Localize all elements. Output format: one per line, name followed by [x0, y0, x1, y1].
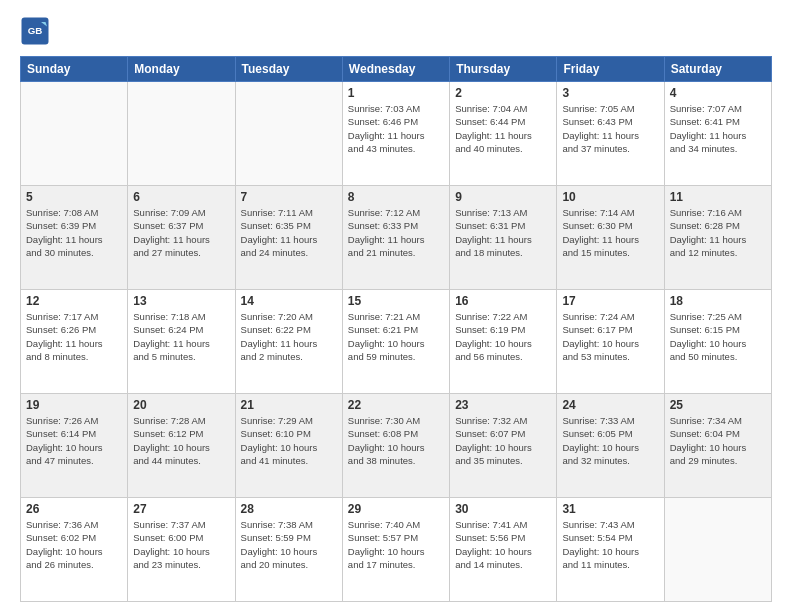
calendar-cell: 23Sunrise: 7:32 AM Sunset: 6:07 PM Dayli… [450, 394, 557, 498]
weekday-header-sunday: Sunday [21, 57, 128, 82]
day-number: 14 [241, 294, 337, 308]
day-number: 3 [562, 86, 658, 100]
day-info: Sunrise: 7:13 AM Sunset: 6:31 PM Dayligh… [455, 206, 551, 259]
calendar-cell: 6Sunrise: 7:09 AM Sunset: 6:37 PM Daylig… [128, 186, 235, 290]
day-number: 2 [455, 86, 551, 100]
week-row-4: 19Sunrise: 7:26 AM Sunset: 6:14 PM Dayli… [21, 394, 772, 498]
day-info: Sunrise: 7:18 AM Sunset: 6:24 PM Dayligh… [133, 310, 229, 363]
day-info: Sunrise: 7:40 AM Sunset: 5:57 PM Dayligh… [348, 518, 444, 571]
weekday-header-thursday: Thursday [450, 57, 557, 82]
day-info: Sunrise: 7:07 AM Sunset: 6:41 PM Dayligh… [670, 102, 766, 155]
calendar-cell: 17Sunrise: 7:24 AM Sunset: 6:17 PM Dayli… [557, 290, 664, 394]
day-number: 29 [348, 502, 444, 516]
day-info: Sunrise: 7:17 AM Sunset: 6:26 PM Dayligh… [26, 310, 122, 363]
day-info: Sunrise: 7:36 AM Sunset: 6:02 PM Dayligh… [26, 518, 122, 571]
day-info: Sunrise: 7:16 AM Sunset: 6:28 PM Dayligh… [670, 206, 766, 259]
day-info: Sunrise: 7:11 AM Sunset: 6:35 PM Dayligh… [241, 206, 337, 259]
calendar-cell: 13Sunrise: 7:18 AM Sunset: 6:24 PM Dayli… [128, 290, 235, 394]
calendar-cell: 28Sunrise: 7:38 AM Sunset: 5:59 PM Dayli… [235, 498, 342, 602]
day-info: Sunrise: 7:04 AM Sunset: 6:44 PM Dayligh… [455, 102, 551, 155]
day-number: 8 [348, 190, 444, 204]
day-number: 23 [455, 398, 551, 412]
weekday-header-monday: Monday [128, 57, 235, 82]
calendar-cell: 14Sunrise: 7:20 AM Sunset: 6:22 PM Dayli… [235, 290, 342, 394]
calendar-cell: 9Sunrise: 7:13 AM Sunset: 6:31 PM Daylig… [450, 186, 557, 290]
calendar-cell: 25Sunrise: 7:34 AM Sunset: 6:04 PM Dayli… [664, 394, 771, 498]
day-info: Sunrise: 7:41 AM Sunset: 5:56 PM Dayligh… [455, 518, 551, 571]
calendar: SundayMondayTuesdayWednesdayThursdayFrid… [20, 56, 772, 602]
day-info: Sunrise: 7:22 AM Sunset: 6:19 PM Dayligh… [455, 310, 551, 363]
svg-text:GB: GB [28, 25, 43, 36]
day-number: 18 [670, 294, 766, 308]
day-info: Sunrise: 7:14 AM Sunset: 6:30 PM Dayligh… [562, 206, 658, 259]
calendar-cell: 24Sunrise: 7:33 AM Sunset: 6:05 PM Dayli… [557, 394, 664, 498]
calendar-cell: 8Sunrise: 7:12 AM Sunset: 6:33 PM Daylig… [342, 186, 449, 290]
day-number: 6 [133, 190, 229, 204]
calendar-cell: 12Sunrise: 7:17 AM Sunset: 6:26 PM Dayli… [21, 290, 128, 394]
day-info: Sunrise: 7:33 AM Sunset: 6:05 PM Dayligh… [562, 414, 658, 467]
day-number: 7 [241, 190, 337, 204]
week-row-1: 1Sunrise: 7:03 AM Sunset: 6:46 PM Daylig… [21, 82, 772, 186]
day-number: 20 [133, 398, 229, 412]
day-info: Sunrise: 7:28 AM Sunset: 6:12 PM Dayligh… [133, 414, 229, 467]
day-info: Sunrise: 7:34 AM Sunset: 6:04 PM Dayligh… [670, 414, 766, 467]
day-info: Sunrise: 7:20 AM Sunset: 6:22 PM Dayligh… [241, 310, 337, 363]
calendar-cell: 11Sunrise: 7:16 AM Sunset: 6:28 PM Dayli… [664, 186, 771, 290]
calendar-cell [235, 82, 342, 186]
calendar-cell [21, 82, 128, 186]
day-info: Sunrise: 7:24 AM Sunset: 6:17 PM Dayligh… [562, 310, 658, 363]
day-number: 16 [455, 294, 551, 308]
day-info: Sunrise: 7:08 AM Sunset: 6:39 PM Dayligh… [26, 206, 122, 259]
calendar-cell: 1Sunrise: 7:03 AM Sunset: 6:46 PM Daylig… [342, 82, 449, 186]
day-info: Sunrise: 7:43 AM Sunset: 5:54 PM Dayligh… [562, 518, 658, 571]
logo-icon: GB [20, 16, 50, 46]
day-info: Sunrise: 7:03 AM Sunset: 6:46 PM Dayligh… [348, 102, 444, 155]
day-number: 28 [241, 502, 337, 516]
week-row-2: 5Sunrise: 7:08 AM Sunset: 6:39 PM Daylig… [21, 186, 772, 290]
weekday-header-saturday: Saturday [664, 57, 771, 82]
day-number: 27 [133, 502, 229, 516]
calendar-cell: 26Sunrise: 7:36 AM Sunset: 6:02 PM Dayli… [21, 498, 128, 602]
calendar-cell: 22Sunrise: 7:30 AM Sunset: 6:08 PM Dayli… [342, 394, 449, 498]
calendar-cell: 29Sunrise: 7:40 AM Sunset: 5:57 PM Dayli… [342, 498, 449, 602]
calendar-cell: 2Sunrise: 7:04 AM Sunset: 6:44 PM Daylig… [450, 82, 557, 186]
calendar-cell: 15Sunrise: 7:21 AM Sunset: 6:21 PM Dayli… [342, 290, 449, 394]
day-info: Sunrise: 7:37 AM Sunset: 6:00 PM Dayligh… [133, 518, 229, 571]
day-number: 21 [241, 398, 337, 412]
calendar-cell [664, 498, 771, 602]
weekday-header-tuesday: Tuesday [235, 57, 342, 82]
day-info: Sunrise: 7:05 AM Sunset: 6:43 PM Dayligh… [562, 102, 658, 155]
calendar-cell: 18Sunrise: 7:25 AM Sunset: 6:15 PM Dayli… [664, 290, 771, 394]
weekday-header-wednesday: Wednesday [342, 57, 449, 82]
calendar-cell: 16Sunrise: 7:22 AM Sunset: 6:19 PM Dayli… [450, 290, 557, 394]
day-number: 9 [455, 190, 551, 204]
calendar-cell: 30Sunrise: 7:41 AM Sunset: 5:56 PM Dayli… [450, 498, 557, 602]
calendar-cell: 20Sunrise: 7:28 AM Sunset: 6:12 PM Dayli… [128, 394, 235, 498]
day-number: 13 [133, 294, 229, 308]
day-number: 31 [562, 502, 658, 516]
day-number: 22 [348, 398, 444, 412]
day-info: Sunrise: 7:38 AM Sunset: 5:59 PM Dayligh… [241, 518, 337, 571]
calendar-cell: 31Sunrise: 7:43 AM Sunset: 5:54 PM Dayli… [557, 498, 664, 602]
calendar-cell: 7Sunrise: 7:11 AM Sunset: 6:35 PM Daylig… [235, 186, 342, 290]
weekday-header-friday: Friday [557, 57, 664, 82]
day-info: Sunrise: 7:26 AM Sunset: 6:14 PM Dayligh… [26, 414, 122, 467]
calendar-cell: 10Sunrise: 7:14 AM Sunset: 6:30 PM Dayli… [557, 186, 664, 290]
calendar-cell: 3Sunrise: 7:05 AM Sunset: 6:43 PM Daylig… [557, 82, 664, 186]
logo: GB [20, 16, 54, 46]
calendar-cell: 27Sunrise: 7:37 AM Sunset: 6:00 PM Dayli… [128, 498, 235, 602]
day-info: Sunrise: 7:21 AM Sunset: 6:21 PM Dayligh… [348, 310, 444, 363]
day-number: 10 [562, 190, 658, 204]
day-info: Sunrise: 7:12 AM Sunset: 6:33 PM Dayligh… [348, 206, 444, 259]
day-number: 17 [562, 294, 658, 308]
day-number: 24 [562, 398, 658, 412]
page: GB SundayMondayTuesdayWednesdayThursdayF… [0, 0, 792, 612]
day-info: Sunrise: 7:09 AM Sunset: 6:37 PM Dayligh… [133, 206, 229, 259]
calendar-cell: 5Sunrise: 7:08 AM Sunset: 6:39 PM Daylig… [21, 186, 128, 290]
week-row-3: 12Sunrise: 7:17 AM Sunset: 6:26 PM Dayli… [21, 290, 772, 394]
day-number: 5 [26, 190, 122, 204]
weekday-header-row: SundayMondayTuesdayWednesdayThursdayFrid… [21, 57, 772, 82]
day-info: Sunrise: 7:25 AM Sunset: 6:15 PM Dayligh… [670, 310, 766, 363]
day-number: 30 [455, 502, 551, 516]
day-number: 15 [348, 294, 444, 308]
